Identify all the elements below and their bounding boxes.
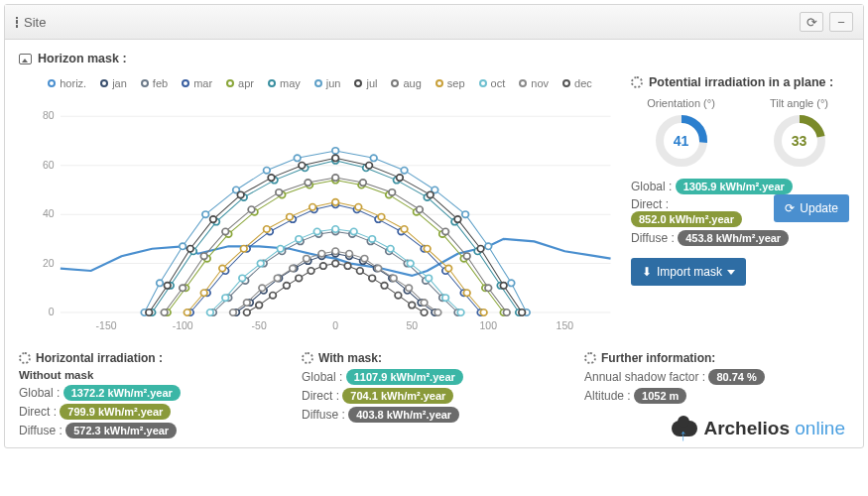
svg-point-108 [200,290,207,296]
panel-header: Site ⟳ − [5,5,863,40]
brand-logo: Archelios online [672,418,845,439]
legend-item[interactable]: nov [519,77,549,89]
orientation-label: Orientation (°) [631,97,731,109]
svg-point-79 [200,253,207,259]
svg-point-190 [344,263,351,269]
legend-item[interactable]: may [268,77,301,89]
svg-point-182 [243,310,250,315]
update-button[interactable]: ⟳ Update [774,194,849,222]
svg-point-195 [409,302,416,308]
section-title: Horizon mask : [19,52,849,65]
svg-point-91 [503,310,510,315]
svg-text:50: 50 [406,320,418,331]
legend-item[interactable]: apr [226,77,254,89]
svg-point-141 [277,246,284,252]
svg-point-84 [332,175,339,181]
svg-point-113 [310,204,316,210]
svg-point-192 [369,275,376,281]
svg-point-144 [332,226,339,232]
svg-point-188 [320,263,327,269]
svg-point-53 [299,163,306,169]
legend-item[interactable]: mar [182,77,212,89]
svg-point-181 [434,310,441,315]
svg-point-107 [184,310,190,315]
svg-point-55 [366,163,373,169]
gear-icon [302,352,313,364]
legend-item[interactable]: oct [479,77,506,89]
collapse-button[interactable]: − [829,12,853,32]
gear-icon [19,352,31,364]
svg-point-114 [332,199,339,205]
legend-item[interactable]: jul [354,77,377,89]
svg-point-140 [257,260,264,266]
svg-text:60: 60 [43,160,55,171]
legend-item[interactable]: aug [391,77,421,89]
svg-point-170 [274,275,281,281]
svg-text:20: 20 [43,258,55,269]
svg-point-176 [361,255,368,261]
svg-point-120 [463,290,470,296]
svg-point-86 [389,189,396,195]
svg-point-175 [346,251,353,257]
side-title: Potential irradiation in a plane : [631,75,849,89]
svg-point-177 [375,265,382,271]
svg-point-89 [463,253,470,259]
svg-point-147 [387,246,394,252]
svg-point-48 [164,283,171,289]
svg-point-174 [332,248,339,254]
svg-point-169 [259,285,266,291]
svg-point-119 [445,265,452,271]
svg-text:-150: -150 [96,320,117,331]
svg-point-179 [406,285,413,291]
global-badge: 1305.9 kWh/m².year [676,179,793,194]
svg-point-150 [442,295,449,301]
tilt-donut: 33 [772,113,827,169]
svg-point-118 [424,246,431,252]
svg-point-22 [264,168,271,174]
svg-point-78 [180,285,186,291]
svg-point-180 [421,300,428,306]
svg-point-51 [237,191,244,197]
svg-point-81 [248,206,255,212]
chart-icon [15,17,18,28]
legend-item[interactable]: dec [562,77,592,89]
svg-point-185 [284,283,291,289]
svg-point-18 [157,280,164,286]
svg-point-82 [276,189,283,195]
horizontal-irr-title: Horizontal irradiation : [19,351,284,365]
svg-point-52 [268,175,275,181]
svg-point-87 [417,206,424,212]
svg-point-193 [381,283,388,289]
svg-point-196 [421,310,428,315]
svg-point-25 [370,155,377,161]
refresh-button[interactable]: ⟳ [800,12,823,32]
svg-point-28 [462,211,469,217]
svg-point-186 [296,275,303,281]
svg-point-149 [426,275,433,281]
svg-point-189 [332,260,339,266]
svg-point-80 [222,228,229,234]
tilt-label: Tilt angle (°) [749,97,849,109]
svg-text:80: 80 [43,111,55,122]
legend-item[interactable]: jan [100,77,127,89]
svg-text:0: 0 [49,307,55,317]
svg-point-30 [508,280,515,286]
svg-point-85 [360,180,367,186]
svg-point-60 [500,283,507,289]
svg-point-148 [407,260,414,266]
svg-point-88 [442,228,449,234]
legend-item[interactable]: sep [435,77,465,89]
legend-item[interactable]: jun [314,77,341,89]
legend-item[interactable]: horiz. [48,77,86,89]
legend-item[interactable]: feb [141,77,168,89]
import-mask-button[interactable]: ⬇ Import mask [631,258,746,286]
svg-point-171 [290,265,297,271]
svg-point-58 [454,216,461,222]
svg-point-184 [270,293,277,299]
svg-point-145 [350,228,357,234]
gear-icon [584,352,596,364]
chevron-down-icon [727,270,735,275]
gear-icon [631,76,643,88]
svg-point-139 [239,275,246,281]
orientation-donut: 41 [654,113,709,169]
